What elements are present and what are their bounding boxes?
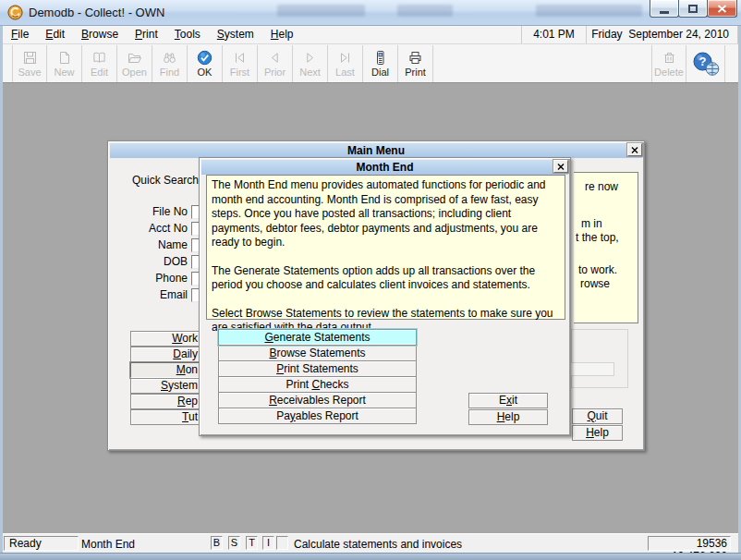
menu-system[interactable]: System [209,26,262,43]
main-menu-help-button[interactable]: Help [572,425,623,441]
next-arrow-icon [302,50,318,67]
clock-date: Friday September 24, 2010 [586,26,738,43]
status-flag-s: S [228,536,240,550]
close-icon [717,5,727,13]
titlebar-glass-smudge [536,5,642,17]
open-book-icon [91,50,107,67]
maximize-icon [688,5,698,13]
status-hint: Calculate statements and invoices [294,538,462,551]
phone-label: Phone [117,272,188,286]
dob-label: DOB [117,255,188,269]
print-checks-button[interactable]: Print Checks [218,376,417,393]
new-button[interactable]: New [47,45,82,82]
print-statements-button[interactable]: Print Statements [218,360,417,377]
clock-time: 4:01 PM [521,26,586,43]
status-flag-empty [276,536,288,550]
status-flag-i: I [262,536,274,550]
quit-button[interactable]: Quit [572,408,623,424]
nav-daily-button[interactable]: Daily [130,347,200,362]
name-label: Name [117,238,188,252]
exit-button[interactable]: Exit [468,393,548,408]
ok-check-icon [197,50,213,67]
status-flag-b: B [211,536,223,550]
window-frame-left [0,26,3,553]
partial-frame [571,329,628,388]
window-title: Demodb - Collect! - OWN [29,0,164,25]
menu-file[interactable]: File [3,26,37,43]
menu-print[interactable]: Print [127,26,166,43]
phone-icon [372,50,388,67]
delete-button[interactable]: Delete [651,45,686,82]
menu-edit[interactable]: Edit [37,26,73,43]
menu-help[interactable]: Help [262,26,302,43]
help-button[interactable]: ? [686,45,725,82]
app-logo-icon [7,5,23,20]
welcome-fragment: to work. [578,263,617,277]
maximize-button[interactable] [678,0,708,18]
svg-text:?: ? [698,55,706,68]
generate-statements-button[interactable]: Generate Statements [218,329,417,346]
edit-button[interactable]: Edit [82,45,117,82]
save-button[interactable]: Save [12,45,47,82]
main-menu-titlebar[interactable]: Main Menu [110,143,642,158]
welcome-fragment: t the top, [576,231,619,245]
prior-button[interactable]: Prior [258,45,293,82]
nav-work-button[interactable]: Work [130,331,200,347]
month-end-menu: Generate Statements Browse Statements Pr… [218,330,417,424]
menu-tools[interactable]: Tools [166,26,209,43]
month-end-titlebar[interactable]: Month End [201,160,568,175]
description-paragraph: The Month End menu provides automated fu… [212,178,560,250]
main-menu-close-button[interactable] [627,143,642,156]
window-frame-bottom [0,553,741,560]
minimize-icon [660,11,669,14]
status-context: Month End [81,538,135,551]
close-button[interactable] [707,0,737,18]
titlebar-glass-smudge [277,5,365,17]
open-button[interactable]: Open [117,45,152,82]
last-arrow-icon [337,50,353,67]
next-button[interactable]: Next [293,45,328,82]
welcome-text-box: re now m in t the top, to work. rowse [574,172,638,323]
first-button[interactable]: First [223,45,258,82]
nav-month-end-button[interactable]: Mon [130,362,200,378]
help-globe-icon: ? [691,50,721,78]
first-arrow-icon [232,50,248,67]
month-end-help-button[interactable]: Help [468,409,548,425]
browse-statements-button[interactable]: Browse Statements [218,345,417,361]
menu-browse[interactable]: Browse [73,26,127,43]
toolbar: Save New Edit Open [3,44,738,83]
payables-report-button[interactable]: Payables Report [218,408,417,424]
minimize-button[interactable] [650,0,679,18]
last-button[interactable]: Last [328,45,363,82]
status-flag-t: T [246,536,258,550]
window-titlebar[interactable]: Demodb - Collect! - OWN [0,0,741,26]
app-window: Demodb - Collect! - OWN File Edit Browse… [0,0,741,560]
printer-icon [407,50,423,67]
nav-system-button[interactable]: System [130,378,200,394]
status-counters: 19536 12,476,696 [648,536,731,551]
description-paragraph: The Generate Statements option adds up a… [212,264,560,293]
file-no-label: File No [117,205,188,219]
menu-bar: File Edit Browse Print Tools System Help… [3,26,738,44]
close-icon [557,164,565,170]
ok-button[interactable]: OK [188,45,223,82]
main-menu-title: Main Menu [347,144,405,157]
welcome-fragment: re now [585,180,618,194]
month-end-dialog: Month End The Month End menu provides au… [199,157,571,436]
email-label: Email [117,288,188,302]
receivables-report-button[interactable]: Receivables Report [218,392,417,408]
partial-frame [567,362,614,376]
trash-icon [662,50,677,67]
nav-tutorial-button[interactable]: Tut [130,409,200,425]
print-button[interactable]: Print [398,45,433,82]
welcome-fragment: rowse [580,277,610,291]
welcome-fragment: m in [581,217,602,231]
status-state: Ready [4,536,79,551]
month-end-close-button[interactable] [553,160,568,173]
month-end-description: The Month End menu provides automated fu… [206,175,565,320]
acct-no-label: Acct No [117,222,188,236]
folder-icon [127,50,142,67]
find-button[interactable]: Find [152,45,188,82]
nav-reports-button[interactable]: Rep [130,394,200,409]
dial-button[interactable]: Dial [363,45,398,82]
